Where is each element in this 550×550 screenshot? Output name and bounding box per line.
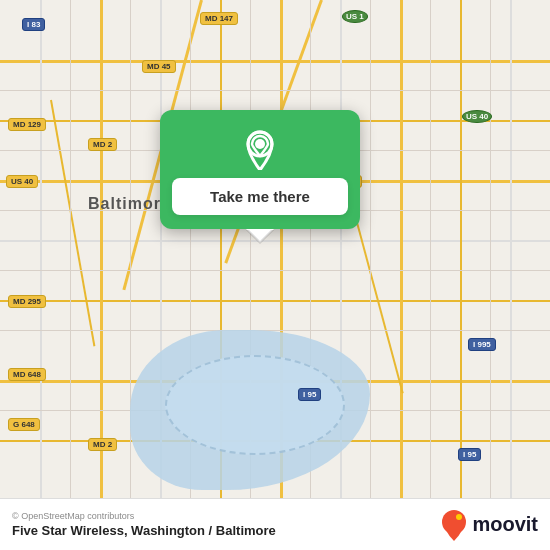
popup-pointer	[248, 229, 272, 241]
svg-point-4	[456, 514, 462, 520]
highway-badge-md129: MD 129	[8, 118, 46, 131]
attribution-text: © OpenStreetMap contributors	[12, 511, 276, 521]
location-name: Five Star Wireless, Washington / Baltimo…	[12, 523, 276, 538]
highway-badge-md45: MD 45	[142, 60, 176, 73]
highway-badge-md147: MD 147	[200, 12, 238, 25]
highway-badge-md2a: MD 2	[88, 138, 117, 151]
highway-badge-i95-right: I 95	[458, 448, 481, 461]
city-label: Baltimor	[88, 195, 161, 213]
highway-badge-md648: MD 648	[8, 368, 46, 381]
moovit-text-label: moovit	[472, 513, 538, 536]
highway-badge-md295: MD 295	[8, 295, 46, 308]
bottom-bar: © OpenStreetMap contributors Five Star W…	[0, 498, 550, 550]
popup-card: Take me there	[160, 110, 360, 229]
highway-badge-us40-far: US 40	[462, 110, 492, 123]
highway-badge-g648: G 648	[8, 418, 40, 431]
take-me-there-button[interactable]: Take me there	[172, 178, 348, 215]
svg-point-1	[255, 139, 265, 149]
highway-badge-us40-left: US 40	[6, 175, 38, 188]
highway-badge-i83: I 83	[22, 18, 45, 31]
take-me-there-label: Take me there	[210, 188, 310, 205]
moovit-logo: moovit	[440, 509, 538, 541]
moovit-pin-icon	[440, 509, 468, 541]
highway-badge-us1: US 1	[342, 10, 368, 23]
highway-badge-i95-left: I 95	[298, 388, 321, 401]
map-container: I 83 US 1 MD 147 MD 45 MD 129 MD 2 US 40…	[0, 0, 550, 550]
location-pin-icon	[238, 126, 282, 170]
highway-badge-i995: I 995	[468, 338, 496, 351]
water-harbor-inner	[165, 355, 345, 455]
highway-badge-md2b: MD 2	[88, 438, 117, 451]
bottom-left: © OpenStreetMap contributors Five Star W…	[12, 511, 276, 538]
popup-icon-area	[160, 110, 360, 178]
